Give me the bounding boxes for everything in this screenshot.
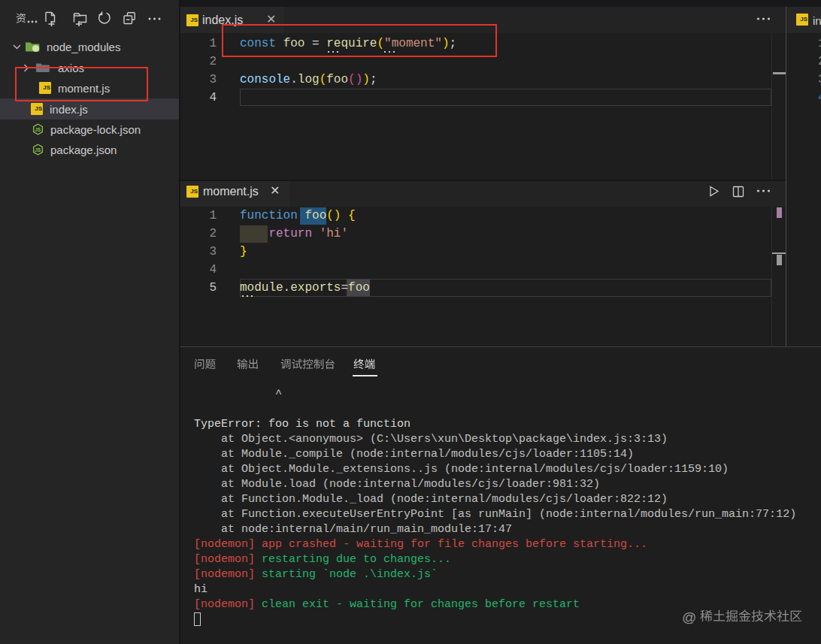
svg-text:JS: JS <box>35 127 41 132</box>
svg-text:JS: JS <box>35 147 41 153</box>
